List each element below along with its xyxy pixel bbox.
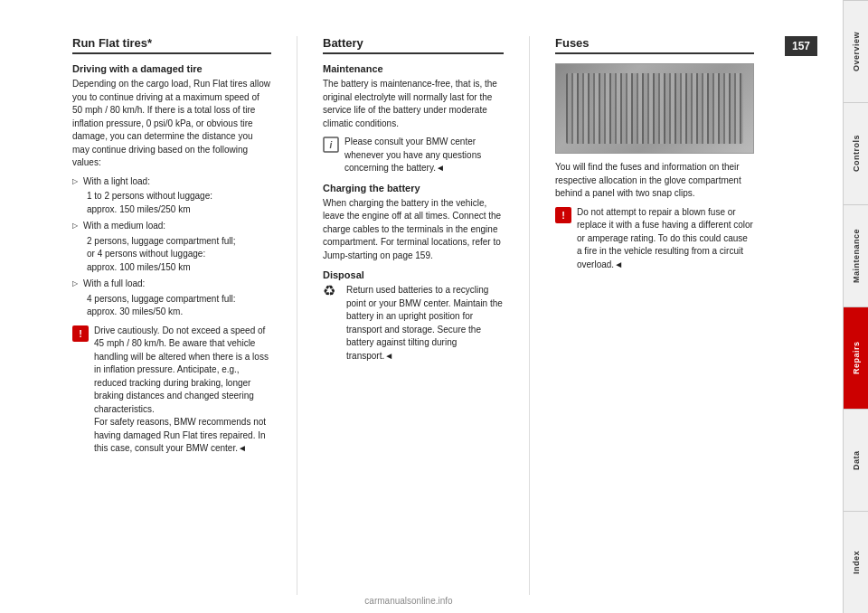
- fuses-warning-icon: !: [555, 207, 571, 223]
- full-load-sub1: 4 persons, luggage compartment full:: [72, 293, 271, 306]
- disposal-text: Return used batteries to a recycling poi…: [346, 284, 504, 363]
- run-flat-warning: ! Drive cautiously. Do not exceed a spee…: [72, 325, 271, 456]
- fuses-warning-text: Do not attempt to repair a blown fuse or…: [577, 206, 754, 272]
- full-load-item: ▷ With a full load:: [72, 278, 271, 291]
- sidebar-tab-overview[interactable]: Overview: [844, 0, 868, 102]
- sidebar-tab-repairs[interactable]: Repairs: [844, 306, 868, 409]
- fuse-image: [555, 63, 754, 154]
- medium-load-item: ▷ With a medium load:: [72, 220, 271, 233]
- page-number: 157: [785, 36, 817, 56]
- bullet-triangle: ▷: [72, 221, 78, 231]
- footer-watermark: carmanualsonline.info: [0, 596, 817, 606]
- charging-text: When charging the battery in the vehicle…: [323, 197, 504, 263]
- light-load-sub2: approx. 150 miles/250 km: [72, 203, 271, 217]
- fuse-image-inner: [566, 73, 743, 144]
- fuses-title: Fuses: [555, 36, 754, 54]
- maintenance-text: The battery is maintenance-free, that is…: [323, 78, 504, 130]
- charging-subtitle: Charging the battery: [323, 183, 504, 193]
- sidebar: Overview Controls Maintenance Repairs Da…: [843, 0, 868, 613]
- run-flat-title: Run Flat tires*: [72, 36, 271, 54]
- light-load-sub1: 1 to 2 persons without luggage:: [72, 190, 271, 203]
- sidebar-tab-maintenance[interactable]: Maintenance: [844, 204, 868, 306]
- bmw-info-icon: i: [323, 137, 339, 153]
- main-content: 157 Run Flat tires* Driving with a damag…: [0, 0, 843, 613]
- maintenance-subtitle: Maintenance: [323, 63, 504, 74]
- page-container: 157 Run Flat tires* Driving with a damag…: [0, 0, 868, 613]
- bmw-info-box: i Please consult your BMW center wheneve…: [323, 136, 504, 175]
- fuses-description: You will find the fuses and information …: [555, 161, 754, 201]
- sidebar-tab-index[interactable]: Index: [844, 511, 868, 613]
- driving-intro: Depending on the cargo load, Run Flat ti…: [72, 78, 271, 170]
- recycle-icon: ♻: [323, 284, 341, 302]
- driving-subtitle: Driving with a damaged tire: [72, 63, 271, 74]
- battery-title: Battery: [323, 36, 504, 54]
- disposal-subtitle: Disposal: [323, 269, 504, 280]
- medium-load-sub3: approx. 100 miles/150 km: [72, 261, 271, 275]
- divider-2: [529, 36, 530, 595]
- run-flat-section: Run Flat tires* Driving with a damaged t…: [72, 36, 271, 595]
- medium-load-sub1: 2 persons, luggage compartment full;: [72, 235, 271, 249]
- recycle-box: ♻ Return used batteries to a recycling p…: [323, 284, 504, 363]
- run-flat-warning-text: Drive cautiously. Do not exceed a speed …: [94, 325, 271, 456]
- bullet-triangle: ▷: [72, 176, 78, 187]
- medium-load-sub2: or 4 persons without luggage:: [72, 248, 271, 261]
- fuses-section: Fuses You will find the fuses and inform…: [555, 36, 754, 595]
- sidebar-tab-data[interactable]: Data: [844, 409, 868, 511]
- svg-text:i: i: [330, 140, 333, 150]
- load-list: ▷ With a light load: 1 to 2 persons with…: [72, 175, 271, 319]
- light-load-item: ▷ With a light load:: [72, 175, 271, 189]
- battery-section: Battery Maintenance The battery is maint…: [323, 36, 504, 595]
- bullet-triangle: ▷: [72, 278, 78, 289]
- bmw-info-text: Please consult your BMW center whenever …: [344, 136, 504, 175]
- full-load-sub2: approx. 30 miles/50 km.: [72, 306, 271, 319]
- fuses-warning: ! Do not attempt to repair a blown fuse …: [555, 206, 754, 272]
- sidebar-tab-controls[interactable]: Controls: [844, 102, 868, 204]
- warning-icon: !: [72, 325, 89, 342]
- divider-1: [297, 36, 297, 595]
